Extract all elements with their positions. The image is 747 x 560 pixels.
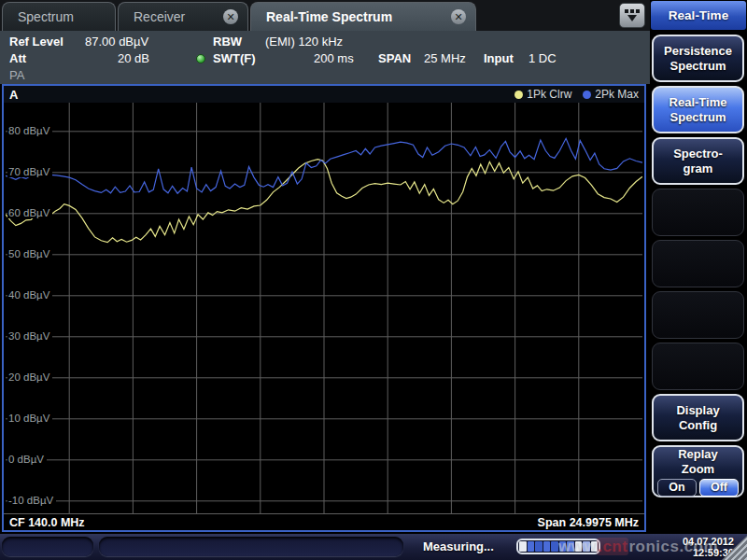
softkey-label: Display — [676, 403, 719, 418]
status-message-panel — [99, 537, 403, 556]
frequency-axis-bar: CF 140.0 MHz Span 24.9975 MHz — [4, 513, 644, 530]
toggle-option-on[interactable]: On — [657, 479, 697, 497]
measuring-status: Measuring... — [423, 539, 494, 553]
softkey-label: Real-Time — [669, 95, 727, 110]
settings-bar: Ref Level 87.00 dBµV RBW (EMI) 120 kHz A… — [0, 31, 650, 84]
softkey-label: Persistence — [664, 44, 732, 59]
softkey-spectro-gram[interactable]: Spectro-gram — [652, 137, 744, 185]
close-icon[interactable]: ✕ — [451, 9, 466, 24]
close-icon[interactable]: ✕ — [223, 9, 238, 24]
status-panel-left — [2, 537, 93, 556]
rbw-label[interactable]: RBW — [213, 35, 242, 49]
y-axis-tick-label: 60 dBµV — [7, 207, 52, 218]
legend-dot-icon — [583, 91, 591, 99]
tab-spectrum[interactable]: Spectrum — [2, 2, 116, 31]
y-axis-tick-label: 0 dBµV — [7, 454, 47, 465]
softkey-empty — [652, 240, 744, 287]
trace-svg — [6, 103, 642, 513]
toggle-option-off[interactable]: Off — [699, 479, 739, 497]
softkey-empty — [652, 189, 744, 236]
tab-real-time-spectrum[interactable]: Real-Time Spectrum ✕ — [250, 2, 476, 31]
softkey-empty — [652, 343, 744, 390]
softkey-label: Replay — [678, 447, 718, 462]
span-readout[interactable]: Span 24.9975 MHz — [538, 516, 639, 529]
softkey-real-time-spectrum[interactable]: Real-TimeSpectrum — [652, 86, 744, 133]
y-axis-tick-label: 80 dBµV — [7, 125, 52, 136]
window-squares-icon — [625, 9, 640, 13]
tab-label: Receiver — [134, 9, 185, 24]
spectrum-plot: 80 dBµV70 dBµV60 dBµV50 dBµV40 dBµV30 dB… — [6, 103, 642, 513]
progress-segment — [559, 541, 567, 552]
measurement-window: A 1Pk Clrw2Pk Max 80 dBµV70 dBµV60 dBµV5… — [2, 84, 646, 532]
softkey-label: Spectro- — [673, 147, 723, 161]
datetime-readout: 04.07.2012 12:59:30 — [683, 537, 734, 558]
date-text: 04.07.2012 — [683, 537, 734, 548]
progress-segment — [519, 541, 527, 552]
progress-segment — [567, 541, 574, 552]
trace-legend: 1Pk Clrw2Pk Max — [514, 88, 639, 101]
legend-item: 1Pk Clrw — [514, 88, 571, 101]
progress-segment — [591, 541, 599, 552]
ref-level-value[interactable]: 87.00 dBµV — [85, 35, 148, 49]
swt-value[interactable]: 200 ms — [314, 51, 354, 65]
status-bar: Measuring... 04.07.2012 12:59:30 — [0, 534, 747, 560]
center-frequency[interactable]: CF 140.0 MHz — [9, 516, 85, 529]
legend-label: 2Pk Max — [595, 88, 639, 101]
y-axis-tick-label: 20 dBµV — [7, 371, 52, 383]
analyzer-screen: Spectrum Receiver ✕ Real-Time Spectrum ✕… — [0, 0, 747, 560]
tab-bar: Spectrum Receiver ✕ Real-Time Spectrum ✕ — [0, 0, 650, 31]
softkey-persistence-spectrum[interactable]: PersistenceSpectrum — [652, 35, 744, 82]
softkey-replay-zoom[interactable]: ReplayZoomOnOff — [652, 445, 744, 497]
span-label[interactable]: SPAN — [378, 51, 411, 65]
softkey-sidebar: Real-Time PersistenceSpectrumReal-TimeSp… — [650, 0, 747, 560]
sweep-progress-bar — [516, 539, 600, 554]
softkey-menu-title: Real-Time — [651, 1, 746, 30]
y-axis-tick-label: 30 dBµV — [7, 330, 52, 342]
softkey-label: gram — [684, 161, 713, 176]
progress-segment — [528, 541, 535, 552]
y-axis-tick-label: 10 dBµV — [7, 413, 52, 424]
y-axis-tick-label: 50 dBµV — [7, 248, 52, 259]
softkey-label: Spectrum — [670, 59, 726, 74]
progress-segment — [575, 541, 583, 552]
progress-segment — [535, 541, 543, 552]
rbw-value[interactable]: (EMI) 120 kHz — [265, 35, 343, 49]
tab-label: Spectrum — [18, 9, 74, 24]
legend-item: 2Pk Max — [583, 88, 639, 101]
progress-segment — [551, 541, 558, 552]
y-axis-tick-label: 70 dBµV — [7, 166, 52, 177]
window-list-icon[interactable] — [619, 3, 645, 28]
input-label[interactable]: Input — [484, 51, 514, 65]
att-value[interactable]: 20 dB — [118, 51, 149, 65]
softkey-column: PersistenceSpectrumReal-TimeSpectrumSpec… — [650, 35, 747, 501]
softkey-label: Spectrum — [670, 110, 726, 125]
softkey-label: Config — [679, 418, 717, 433]
ref-level-label[interactable]: Ref Level — [9, 35, 63, 49]
chevron-down-icon — [627, 15, 637, 21]
window-title-bar: A 1Pk Clrw2Pk Max — [4, 86, 644, 103]
progress-segment — [583, 541, 590, 552]
on-off-toggle: OnOff — [657, 479, 739, 497]
tab-label: Real-Time Spectrum — [266, 9, 392, 24]
progress-segment — [543, 541, 551, 552]
span-value[interactable]: 25 MHz — [424, 51, 466, 65]
transducer-label: PA — [9, 68, 24, 82]
y-axis-tick-label: 40 dBµV — [7, 289, 52, 301]
legend-label: 1Pk Clrw — [527, 88, 571, 101]
y-axis-tick-label: -10 dBµV — [7, 495, 56, 506]
window-name: A — [9, 88, 18, 102]
softkey-display-config[interactable]: DisplayConfig — [652, 394, 744, 441]
input-value[interactable]: 1 DC — [529, 51, 557, 65]
sweep-led-icon — [196, 54, 205, 63]
softkey-empty — [652, 291, 744, 339]
legend-dot-icon — [514, 91, 523, 99]
att-label[interactable]: Att — [9, 51, 26, 65]
swt-label[interactable]: SWT(F) — [213, 51, 255, 65]
tab-receiver[interactable]: Receiver ✕ — [118, 2, 248, 31]
softkey-label: Zoom — [682, 462, 714, 477]
